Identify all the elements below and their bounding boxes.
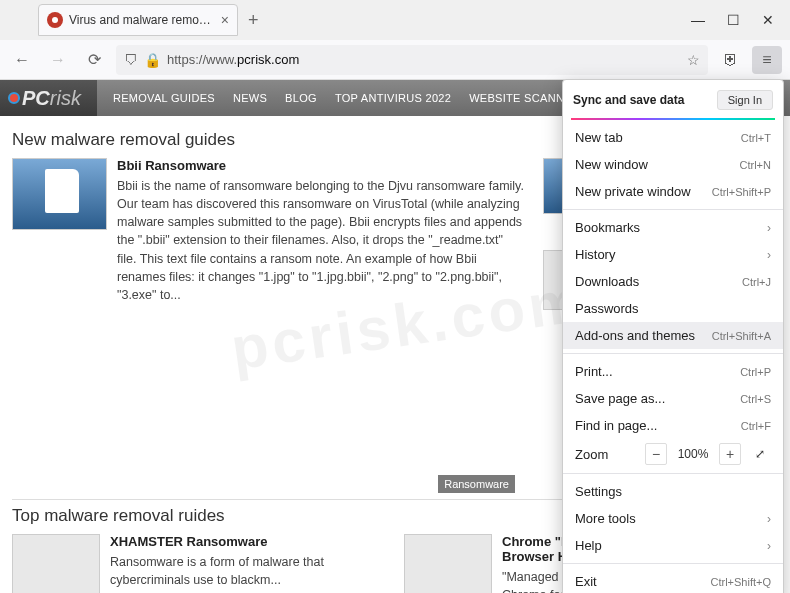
menu-separator <box>563 209 783 210</box>
menu-item-new-private-window[interactable]: New private windowCtrl+Shift+P <box>563 178 783 205</box>
menu-item-find-in-page[interactable]: Find in page...Ctrl+F <box>563 412 783 439</box>
nav-item[interactable]: BLOG <box>285 92 317 104</box>
menu-item-settings[interactable]: Settings <box>563 478 783 505</box>
zoom-label: Zoom <box>575 447 637 462</box>
zoom-in-button[interactable]: + <box>719 443 741 465</box>
menu-shortcut: Ctrl+Shift+Q <box>710 576 771 588</box>
url-text: https://www.pcrisk.com <box>167 52 299 67</box>
menu-label: New tab <box>575 130 623 145</box>
menu-label: New window <box>575 157 648 172</box>
close-tab-icon[interactable]: × <box>221 12 229 28</box>
site-favicon <box>47 12 63 28</box>
menu-item-passwords[interactable]: Passwords <box>563 295 783 322</box>
bookmark-star-icon[interactable]: ☆ <box>687 52 700 68</box>
nav-item[interactable]: REMOVAL GUIDES <box>113 92 215 104</box>
accent-divider <box>571 118 775 120</box>
menu-label: Passwords <box>575 301 639 316</box>
toolbar: ← → ⟳ ⛉ 🔒 https://www.pcrisk.com ☆ ⛨ ≡ <box>0 40 790 80</box>
sign-in-button[interactable]: Sign In <box>717 90 773 110</box>
article-thumb[interactable] <box>404 534 492 594</box>
menu-item-downloads[interactable]: DownloadsCtrl+J <box>563 268 783 295</box>
menu-label: Exit <box>575 574 597 589</box>
browser-tab[interactable]: Virus and malware removal ins × <box>38 4 238 36</box>
menu-label: Help <box>575 538 602 553</box>
forward-button[interactable]: → <box>44 46 72 74</box>
menu-shortcut: Ctrl+N <box>740 159 771 171</box>
menu-label: New private window <box>575 184 691 199</box>
site-logo[interactable]: PCrisk <box>8 87 81 110</box>
chevron-right-icon: › <box>767 248 771 262</box>
menu-item-more-tools[interactable]: More tools› <box>563 505 783 532</box>
lock-icon: 🔒 <box>144 52 161 68</box>
chevron-right-icon: › <box>767 512 771 526</box>
article-text: Ransomware is a form of malware that cyb… <box>110 553 386 589</box>
menu-label: Print... <box>575 364 613 379</box>
logo-icon <box>8 92 20 104</box>
menu-shortcut: Ctrl+P <box>740 366 771 378</box>
nav-item[interactable]: TOP ANTIVIRUS 2022 <box>335 92 451 104</box>
address-bar[interactable]: ⛉ 🔒 https://www.pcrisk.com ☆ <box>116 45 708 75</box>
article-title[interactable]: Bbii Ransomware <box>117 158 525 173</box>
menu-item-print[interactable]: Print...Ctrl+P <box>563 358 783 385</box>
menu-item-history[interactable]: History› <box>563 241 783 268</box>
app-menu: Sync and save data Sign In New tabCtrl+T… <box>562 79 784 593</box>
titlebar: Virus and malware removal ins × + — ☐ ✕ <box>0 0 790 40</box>
article-thumb[interactable] <box>12 158 107 230</box>
menu-item-new-window[interactable]: New windowCtrl+N <box>563 151 783 178</box>
chevron-right-icon: › <box>767 539 771 553</box>
menu-label: Downloads <box>575 274 639 289</box>
article-title[interactable]: XHAMSTER Ransomware <box>110 534 386 549</box>
menu-separator <box>563 563 783 564</box>
minimize-button[interactable]: — <box>691 12 705 28</box>
back-button[interactable]: ← <box>8 46 36 74</box>
menu-label: More tools <box>575 511 636 526</box>
menu-shortcut: Ctrl+J <box>742 276 771 288</box>
article-thumb[interactable] <box>12 534 100 594</box>
tab-title: Virus and malware removal ins <box>69 13 215 27</box>
menu-item-zoom: Zoom − 100% + ⤢ <box>563 439 783 469</box>
menu-label: Bookmarks <box>575 220 640 235</box>
nav-item[interactable]: NEWS <box>233 92 267 104</box>
menu-shortcut: Ctrl+S <box>740 393 771 405</box>
menu-label: Settings <box>575 484 622 499</box>
zoom-value: 100% <box>675 447 711 461</box>
menu-item-save-page-as[interactable]: Save page as...Ctrl+S <box>563 385 783 412</box>
menu-item-new-tab[interactable]: New tabCtrl+T <box>563 124 783 151</box>
new-tab-button[interactable]: + <box>248 10 259 31</box>
menu-label: Find in page... <box>575 418 657 433</box>
menu-separator <box>563 353 783 354</box>
app-menu-button[interactable]: ≡ <box>752 46 782 74</box>
menu-item-exit[interactable]: ExitCtrl+Shift+Q <box>563 568 783 593</box>
menu-shortcut: Ctrl+Shift+P <box>712 186 771 198</box>
menu-label: History <box>575 247 615 262</box>
fullscreen-button[interactable]: ⤢ <box>749 443 771 465</box>
shield-icon: ⛉ <box>124 52 138 68</box>
category-badge: Ransomware <box>438 475 515 493</box>
pocket-icon[interactable]: ⛨ <box>716 46 746 74</box>
menu-shortcut: Ctrl+Shift+A <box>712 330 771 342</box>
menu-shortcut: Ctrl+F <box>741 420 771 432</box>
menu-separator <box>563 473 783 474</box>
maximize-button[interactable]: ☐ <box>727 12 740 28</box>
article-text: Bbii is the name of ransomware belonging… <box>117 177 525 304</box>
menu-item-add-ons-and-themes[interactable]: Add-ons and themesCtrl+Shift+A <box>563 322 783 349</box>
menu-label: Add-ons and themes <box>575 328 695 343</box>
close-window-button[interactable]: ✕ <box>762 12 774 28</box>
chevron-right-icon: › <box>767 221 771 235</box>
menu-label: Save page as... <box>575 391 665 406</box>
menu-heading: Sync and save data <box>573 93 684 107</box>
menu-item-help[interactable]: Help› <box>563 532 783 559</box>
reload-button[interactable]: ⟳ <box>80 46 108 74</box>
menu-item-bookmarks[interactable]: Bookmarks› <box>563 214 783 241</box>
menu-shortcut: Ctrl+T <box>741 132 771 144</box>
zoom-out-button[interactable]: − <box>645 443 667 465</box>
